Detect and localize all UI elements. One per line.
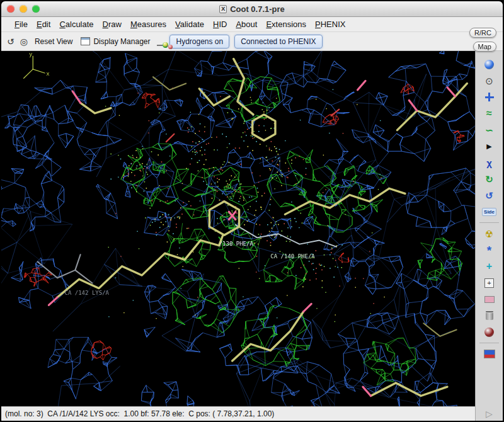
trash-icon[interactable] <box>481 309 498 322</box>
measure-distance-button[interactable] <box>161 41 164 42</box>
left-column: y x /130 PHE/A CA /140 PHE/A CA /142 LYS… <box>1 51 475 421</box>
menu-validate[interactable]: Validate <box>171 18 209 30</box>
rrc-button[interactable]: R/RC <box>469 28 496 38</box>
toolbar-separator <box>479 343 499 343</box>
map-button[interactable]: Map <box>473 42 496 52</box>
close-button[interactable] <box>7 5 14 13</box>
gl-viewport[interactable]: y x /130 PHE/A CA /140 PHE/A CA /142 LYS… <box>1 51 475 406</box>
helix-green-icon[interactable]: ≈ <box>481 106 498 120</box>
menu-draw[interactable]: Draw <box>98 18 126 30</box>
window-panel-icon <box>81 37 90 45</box>
coot-window: X Coot 0.7.1-pre File Edit Calculate Dra… <box>0 0 504 422</box>
title-bar[interactable]: X Coot 0.7.1-pre <box>1 1 503 17</box>
menu-bar: File Edit Calculate Draw Measures Valida… <box>1 17 503 32</box>
display-manager-button[interactable]: Display Manager <box>77 36 153 47</box>
toolbar-separator <box>479 222 499 223</box>
clock-icon[interactable]: ⊙ <box>481 74 498 88</box>
window-title: Coot 0.7.1-pre <box>230 4 285 14</box>
molecular-canvas[interactable] <box>1 51 475 406</box>
run-script-button[interactable]: ▷ <box>476 409 503 421</box>
hydrogens-toggle-button[interactable]: Hydrogens on <box>169 35 229 48</box>
radiation-icon[interactable]: ☢ <box>481 227 498 241</box>
menu-file[interactable]: File <box>10 18 32 30</box>
menu-measures[interactable]: Measures <box>126 18 171 30</box>
move-cross-icon[interactable] <box>481 90 498 104</box>
traffic-lights <box>1 5 40 13</box>
x11-app-icon: X <box>219 5 227 13</box>
plus-cyan-icon[interactable]: + <box>481 259 498 273</box>
center-view-icon-button[interactable]: ◎ <box>18 36 30 47</box>
status-bar: (mol. no: 3) CA /1/A/142 LYS occ: 1.00 b… <box>1 406 475 421</box>
rotate-arrow-icon: ↺ <box>7 37 14 47</box>
helix-dots-icon[interactable]: ∽ <box>481 123 498 137</box>
menu-extensions[interactable]: Extensions <box>261 18 311 30</box>
title-wrap: X Coot 0.7.1-pre <box>1 4 503 14</box>
target-circle-icon: ◎ <box>20 37 28 47</box>
zoom-button[interactable] <box>32 5 40 13</box>
right-toolbar-spacer <box>476 362 503 409</box>
right-toolbar-icons: ⊙≈∽▶χ↻↺Side☢*++ <box>476 56 503 362</box>
dark-red-sphere-icon[interactable] <box>481 325 498 339</box>
globe-icon[interactable] <box>481 57 498 71</box>
flag-icon[interactable] <box>481 347 498 361</box>
display-manager-label: Display Manager <box>93 37 150 46</box>
menu-hid[interactable]: HID <box>209 18 231 30</box>
play-triangle-icon[interactable]: ▶ <box>481 139 498 153</box>
main-area: y x /130 PHE/A CA /140 PHE/A CA /142 LYS… <box>1 51 503 421</box>
boxed-plus-icon[interactable]: + <box>481 276 498 290</box>
menu-calculate[interactable]: Calculate <box>55 18 98 30</box>
asterisk-icon[interactable]: * <box>481 243 498 257</box>
side-chain-icon[interactable]: Side <box>481 205 498 219</box>
main-toolbar: ↺ ◎ Reset View Display Manager Hydrogens… <box>1 32 503 51</box>
go-to-atom-button[interactable] <box>155 41 159 42</box>
status-text: (mol. no: 3) CA /1/A/142 LYS occ: 1.00 b… <box>5 409 274 418</box>
reset-view-button[interactable]: Reset View <box>32 36 76 47</box>
rotate-cw-icon[interactable]: ↻ <box>481 172 498 186</box>
menu-phenix[interactable]: PHENIX <box>311 18 350 30</box>
reset-view-label: Reset View <box>35 37 72 46</box>
rotate-ccw-icon[interactable]: ↺ <box>481 188 498 202</box>
phenix-connection-button[interactable]: Connected to PHENIX <box>234 35 322 48</box>
right-toolbar: ⊙≈∽▶χ↻↺Side☢*++ ▷ <box>475 51 503 421</box>
rotate-view-icon-button[interactable]: ↺ <box>5 36 16 47</box>
eraser-icon[interactable] <box>481 292 498 306</box>
menu-edit[interactable]: Edit <box>32 18 55 30</box>
minimize-button[interactable] <box>20 5 27 13</box>
menu-about[interactable]: About <box>231 18 261 30</box>
chi-angles-icon[interactable]: χ <box>481 156 498 169</box>
